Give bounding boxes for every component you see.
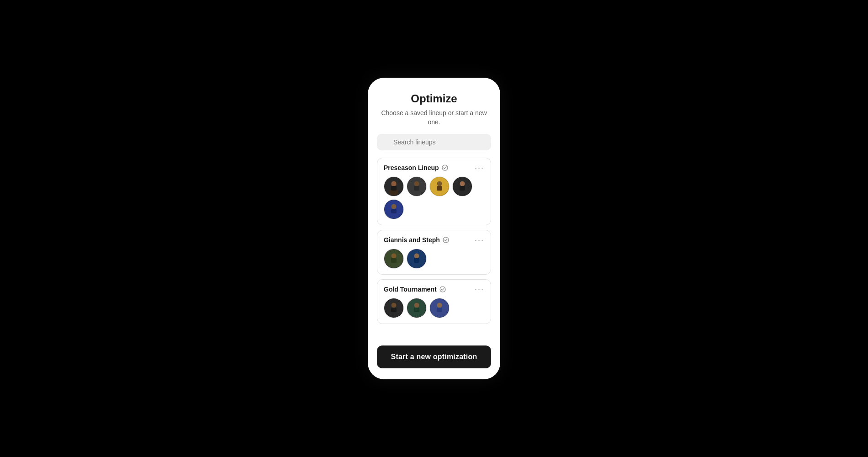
svg-point-22 — [392, 254, 397, 259]
players-row-giannis — [384, 249, 484, 269]
lineup-name-preseason: Preseason Lineup — [384, 164, 439, 171]
lineup-card-header: Preseason Lineup ··· — [384, 164, 484, 172]
more-options-giannis[interactable]: ··· — [475, 236, 484, 244]
verified-icon-giannis — [443, 237, 449, 243]
lineup-card-header: Giannis and Steph ··· — [384, 236, 484, 244]
more-options-gold[interactable]: ··· — [475, 285, 484, 293]
verified-icon-gold — [439, 286, 446, 292]
svg-point-35 — [437, 303, 442, 308]
lineup-card-header: Gold Tournament ··· — [384, 285, 484, 293]
lineup-title-row: Giannis and Steph — [384, 236, 449, 244]
player-avatar — [452, 176, 472, 197]
svg-point-29 — [392, 303, 397, 308]
player-avatar — [429, 176, 450, 197]
svg-rect-26 — [414, 258, 419, 263]
player-avatar — [429, 298, 450, 318]
svg-point-25 — [414, 254, 419, 259]
svg-point-2 — [442, 165, 448, 170]
player-avatar — [407, 298, 427, 318]
lineups-list: Preseason Lineup ··· — [368, 158, 500, 336]
svg-point-6 — [392, 181, 397, 186]
svg-rect-23 — [391, 258, 397, 263]
svg-rect-13 — [437, 186, 442, 191]
svg-rect-19 — [391, 209, 397, 213]
svg-point-27 — [440, 287, 445, 292]
lineup-card-giannis-steph[interactable]: Giannis and Steph ··· — [377, 230, 491, 275]
svg-point-12 — [437, 181, 442, 186]
search-container — [368, 134, 500, 158]
lineup-title-row: Gold Tournament — [384, 286, 446, 293]
svg-rect-33 — [414, 308, 419, 312]
player-avatar — [384, 199, 404, 219]
svg-point-32 — [414, 303, 419, 308]
bottom-section: Start a new optimization — [368, 336, 500, 368]
page-title: Optimize — [377, 92, 491, 105]
lineup-name-gold: Gold Tournament — [384, 286, 437, 293]
svg-point-18 — [392, 204, 397, 209]
svg-rect-36 — [437, 308, 442, 312]
svg-point-20 — [443, 237, 449, 243]
phone-frame: Optimize Choose a saved lineup or start … — [368, 78, 500, 379]
svg-rect-16 — [460, 186, 465, 191]
lineup-card-preseason[interactable]: Preseason Lineup ··· — [377, 158, 491, 225]
svg-rect-10 — [414, 186, 419, 191]
lineup-name-giannis: Giannis and Steph — [384, 236, 440, 244]
svg-point-15 — [460, 181, 465, 186]
player-avatar — [407, 176, 427, 197]
player-avatar — [384, 298, 404, 318]
svg-point-9 — [414, 181, 419, 186]
verified-icon-preseason — [442, 165, 448, 171]
more-options-preseason[interactable]: ··· — [475, 164, 484, 172]
svg-rect-30 — [391, 308, 397, 312]
player-avatar — [407, 249, 427, 269]
player-avatar — [384, 249, 404, 269]
players-row-preseason — [384, 176, 484, 219]
lineup-card-gold-tournament[interactable]: Gold Tournament ··· — [377, 279, 491, 324]
lineup-title-row: Preseason Lineup — [384, 164, 448, 171]
players-row-gold — [384, 298, 484, 318]
start-optimization-button[interactable]: Start a new optimization — [377, 345, 491, 368]
player-avatar — [384, 176, 404, 197]
header: Optimize Choose a saved lineup or start … — [368, 92, 500, 134]
search-wrapper — [377, 134, 491, 150]
svg-rect-7 — [391, 186, 397, 191]
search-input[interactable] — [377, 134, 491, 150]
page-subtitle: Choose a saved lineup or start a new one… — [377, 109, 491, 127]
